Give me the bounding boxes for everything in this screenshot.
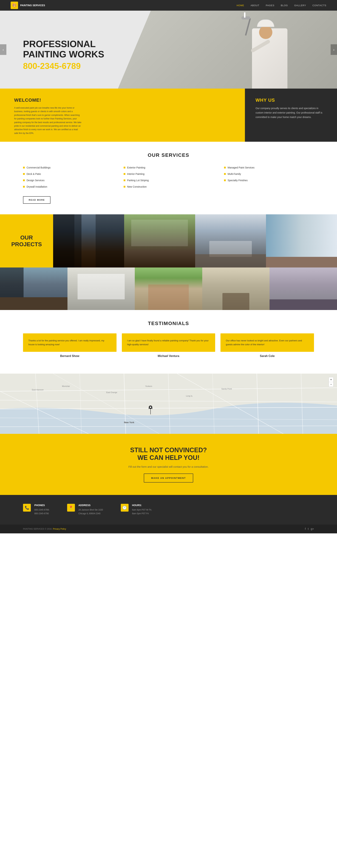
testimonials-grid: Thanks a lot for the painting service yo… <box>23 333 314 358</box>
testimonial-item-3: Our office has never looked so bright an… <box>220 333 314 358</box>
footer-phones-col: 📞 Phones 800-2345-6789; 800-2345-6790 <box>23 504 50 516</box>
footer-copyright: PAINTING SERVICES © 2016. Privacy Policy <box>23 528 66 530</box>
testimonial-item-2: I am so glad I have finally found a reli… <box>122 333 215 358</box>
welcome-section: WELCOME! A well-executed paint job can b… <box>0 89 337 142</box>
footer-hours-col: 🕐 Hours: 6am-4pm PST M-Th; 8am-3pm PST F… <box>121 504 152 516</box>
map-container[interactable]: East Hanover Montclair East Orange Yonke… <box>0 374 337 434</box>
testimonial-name-1: Bernard Show <box>23 354 117 358</box>
service-dot <box>23 180 25 181</box>
service-item: Exterior Painting <box>124 165 214 170</box>
service-item: Drywall Installation <box>23 184 113 189</box>
hero-section: ‹ PROFESSIONAL PAINTING WORKS 800-2345-6… <box>0 11 337 89</box>
projects-label: OUR PROJECTS <box>0 214 53 268</box>
project-image-9[interactable] <box>270 268 337 310</box>
svg-text:Sandy Point: Sandy Point <box>221 388 232 390</box>
project-image-4[interactable] <box>266 214 337 268</box>
project-image-2[interactable] <box>124 214 195 268</box>
nav-contacts[interactable]: CONTACTS <box>312 4 326 7</box>
footer-address-lines: 28 Jackson Blvd Ste 1020 Chicago IL 6060… <box>79 508 103 516</box>
map-zoom-controls[interactable]: + − <box>329 377 333 387</box>
hero-painter-figure <box>238 12 305 89</box>
service-dot <box>124 167 125 168</box>
welcome-left: WELCOME! A well-executed paint job can b… <box>0 89 245 142</box>
svg-text:Long Is.: Long Is. <box>186 395 193 397</box>
footer-hours-title: Hours: <box>132 504 152 507</box>
footer-address-icon: 📍 <box>67 504 75 512</box>
service-dot <box>224 173 226 175</box>
nav-gallery[interactable]: GALLERY <box>294 4 306 7</box>
service-label: Managed Paint Services <box>227 166 254 169</box>
nav-blog[interactable]: BLOG <box>281 4 288 7</box>
twitter-icon[interactable]: t <box>308 527 308 531</box>
hero-phone: 800-2345-6789 <box>23 61 104 71</box>
projects-images-bottom <box>0 268 337 310</box>
footer-address-title: Address <box>79 504 103 507</box>
cta-section: STILL NOT CONVINCED? WE CAN HELP YOU! Fi… <box>0 434 337 495</box>
read-more-button[interactable]: READ MORE <box>23 196 51 204</box>
nav-pages[interactable]: PAGES <box>266 4 275 7</box>
hero-next-arrow[interactable]: › <box>331 44 337 55</box>
why-us-panel: WHY US Our company proudly serves its cl… <box>245 89 337 142</box>
logo[interactable]: 🎨 PAINTING SERVICES <box>11 2 45 9</box>
svg-text:East Orange: East Orange <box>106 391 117 394</box>
service-dot <box>224 180 226 181</box>
service-item: Managed Paint Services <box>224 165 314 170</box>
service-label: Interior Painting <box>127 173 145 175</box>
project-image-5[interactable] <box>0 268 67 310</box>
projects-top-row: OUR PROJECTS <box>0 214 337 268</box>
footer-phones-lines: 800-2345-6789; 800-2345-6790 <box>34 508 50 516</box>
map-zoom-in[interactable]: + <box>329 377 333 382</box>
services-section: OUR SERVICES Commercial Buildings Exteri… <box>0 142 337 214</box>
welcome-body: A well-executed paint job can breathe ne… <box>14 106 82 135</box>
project-image-7[interactable] <box>135 268 202 310</box>
privacy-policy-link[interactable]: Privacy Policy <box>53 528 66 530</box>
service-label: Drywall Installation <box>27 185 47 188</box>
testimonials-title: TESTIMONIALS <box>23 321 314 326</box>
hero-title: PROFESSIONAL PAINTING WORKS <box>23 39 104 59</box>
cta-title: STILL NOT CONVINCED? WE CAN HELP YOU! <box>23 446 314 461</box>
nav-about[interactable]: ABOUT <box>251 4 259 7</box>
testimonial-name-3: Sarah Cole <box>220 354 314 358</box>
service-label: Specialty Finishes <box>227 179 248 182</box>
testimonials-section: TESTIMONIALS Thanks a lot for the painti… <box>0 310 337 374</box>
service-dot <box>124 173 125 175</box>
map-zoom-out[interactable]: − <box>329 382 333 387</box>
service-item: Deck & Patio <box>23 172 113 177</box>
footer-phones-info: Phones 800-2345-6789; 800-2345-6790 <box>34 504 50 516</box>
logo-icon: 🎨 <box>11 2 18 9</box>
footer-phones-title: Phones <box>34 504 50 507</box>
svg-text:Montclair: Montclair <box>62 385 70 387</box>
service-dot <box>124 180 125 181</box>
testimonial-item-1: Thanks a lot for the painting service yo… <box>23 333 117 358</box>
hero-prev-arrow[interactable]: ‹ <box>0 44 6 55</box>
service-dot <box>23 167 25 168</box>
cta-appointment-button[interactable]: MAKE AN APPOINTMENT <box>144 473 193 483</box>
projects-title: OUR PROJECTS <box>11 234 42 248</box>
why-us-body: Our company proudly serves its clients a… <box>255 106 326 120</box>
googleplus-icon[interactable]: g+ <box>311 527 314 531</box>
service-item: Design Services <box>23 178 113 183</box>
services-title: OUR SERVICES <box>23 152 314 158</box>
services-grid: Commercial Buildings Exterior Painting M… <box>23 165 314 189</box>
service-label: New Construction <box>127 185 147 188</box>
service-label: Commercial Buildings <box>27 166 51 169</box>
project-image-6[interactable] <box>67 268 135 310</box>
testimonial-text-2: I am so glad I have finally found a reli… <box>127 339 210 346</box>
service-dot <box>23 173 25 175</box>
testimonial-card-2: I am so glad I have finally found a reli… <box>122 333 215 352</box>
testimonial-text-3: Our office has never looked so bright an… <box>226 339 309 346</box>
project-image-3[interactable] <box>195 214 266 268</box>
svg-point-24 <box>150 407 151 408</box>
main-nav: HOME ABOUT PAGES BLOG GALLERY CONTACTS <box>237 4 326 7</box>
facebook-icon[interactable]: f <box>305 527 306 531</box>
service-item: Specialty Finishes <box>224 178 314 183</box>
project-image-1[interactable] <box>53 214 124 268</box>
footer-address-info: Address 28 Jackson Blvd Ste 1020 Chicago… <box>79 504 103 516</box>
footer-address-col: 📍 Address 28 Jackson Blvd Ste 1020 Chica… <box>67 504 103 516</box>
service-dot <box>124 186 125 188</box>
testimonial-name-2: Michael Ventura <box>122 354 215 358</box>
footer-bottom: PAINTING SERVICES © 2016. Privacy Policy… <box>0 525 337 533</box>
map-section[interactable]: East Hanover Montclair East Orange Yonke… <box>0 374 337 434</box>
nav-home[interactable]: HOME <box>237 4 244 7</box>
project-image-8[interactable] <box>202 268 270 310</box>
